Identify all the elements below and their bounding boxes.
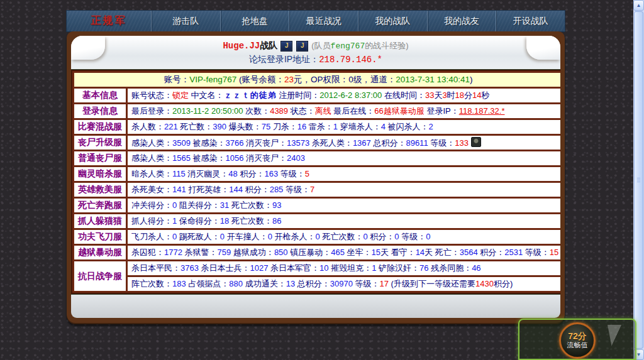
text-segment: 积分) [494,279,513,288]
text-segment: 4389 [270,106,288,116]
text-segment: 死亡数： [178,122,213,131]
nav-tab[interactable]: 最近战况 [289,11,358,31]
stats-values: 杀死美女：141 打死英雄：144 积分：285 等级：7 [128,183,560,197]
text-segment: 2531 [504,248,523,257]
text-segment: 0 [268,232,272,241]
text-segment: 感染人类： [131,138,172,148]
text-segment: 在线时间： [382,90,425,100]
server-label: 英雄救美服 [74,183,126,197]
text-segment: 阵亡次数： [131,279,172,288]
server-label: 功夫飞刀服 [74,230,126,244]
text-segment: 3763 [180,263,199,273]
text-segment: VIP-feng767 [189,75,236,84]
text-segment: 285 [270,185,284,194]
text-segment: 0 [316,232,320,241]
text-segment: (账号余额： [236,75,284,84]
nav-tab[interactable]: 游击队 [151,11,220,31]
stats-values: 杀囚犯：1772 杀狱警：759 越狱成功：850 镇压暴动：465 坐牢：15… [128,246,560,259]
text-segment: 48 [228,169,237,178]
text-segment: 89611 [406,138,428,148]
text-segment: 状态： [288,106,315,116]
watermark-decoration [608,325,629,352]
nav-tab[interactable]: 我的战队 [358,11,427,31]
text-segment: 10 [319,263,328,273]
text-segment: 时 [447,90,455,100]
text-segment: 爆头数： [226,122,262,131]
text-segment: 0 [348,75,353,84]
text-segment: 离线 [315,106,331,116]
text-segment: 杀死美女： [131,185,172,194]
text-segment: 759 [218,248,231,257]
text-segment: 2 [429,122,433,131]
text-segment: 最后登录： [131,106,172,116]
text-segment: 2012-6-2 8:37:00 [319,90,382,100]
table-row: 幽灵暗杀服暗杀人类：115 消灭幽灵：48 积分：163 等级：5 [74,167,560,181]
text-segment: 23 [284,75,294,84]
text-segment: 摧毁坦克： [329,263,372,273]
stats-values: 抓人得分：1 保命得分：18 死亡次数：86 [128,214,560,228]
text-segment: 总积分： [295,279,330,288]
text-segment: 30970 [330,279,353,288]
text-segment: 积分： [238,169,265,178]
text-segment: 注册时间： [277,90,320,100]
text-segment: 杀人数： [131,122,164,131]
scrollbar-thumb[interactable] [634,11,643,349]
text-segment: 33 [425,90,434,100]
stats-values: 最后登录：2013-11-2 20:50:00 次数：4389 状态：离线 最后… [128,104,560,118]
text-segment: 4 [381,122,386,131]
text-segment: 元，OP权限： [294,75,348,84]
text-segment: 积分： [478,248,505,257]
text-segment: 死亡次数： [229,216,272,226]
text-segment: 14 [416,248,425,257]
text-segment: 等级： [353,279,380,288]
server-label: 普通丧尸服 [74,151,126,165]
table-row: 登录信息最后登录：2013-11-2 20:50:00 次数：4389 状态：离… [74,104,560,118]
team-subtitle: (队员feng767的战斗经验) [311,40,408,52]
text-segment: 3766 [226,138,244,148]
text-segment: 1367 [353,138,371,148]
text-segment: 等级： [278,169,305,178]
scrollbar-grip [637,178,640,183]
speed-score-badge: 72分 流畅值 [559,322,596,359]
text-segment: 15 [372,248,380,257]
text-segment: 1027 [250,263,269,273]
text-segment[interactable]: 118.187.32.* [459,106,505,116]
text-segment: 13 [286,279,295,288]
text-segment: 390 [213,122,226,131]
server-label: 比赛混战服 [74,120,126,134]
top-navigation: 正规军 游击队抢地盘最近战况我的战队我的战友开设战队 [67,11,565,31]
text-segment: 天 [434,90,442,100]
text-segment: 穿墙杀人： [338,122,381,131]
nav-logo[interactable]: 正规军 [67,11,151,31]
nav-tab[interactable]: 抢地盘 [220,11,289,31]
table-row: 英雄救美服杀死美女：141 打死英雄：144 积分：285 等级：7 [74,183,560,197]
text-segment: 越狱成功： [231,248,274,257]
table-row: 基本信息账号状态：锁定 中文名：ｚｚｔ的徒弟 注册时间：2012-6-2 8:3… [74,89,560,102]
jj-badge-icon: J [296,41,308,52]
text-segment: 死亡次数： [229,200,272,210]
zombie-avatar-icon [471,137,481,147]
text-segment: 15 [550,248,558,257]
vertical-scrollbar[interactable]: ▲ ▼ [633,0,644,360]
nav-tab[interactable]: 开设战队 [496,11,565,31]
speedtest-watermark: 72分 流畅值 [518,319,636,360]
text-segment: 冲关得分： [131,200,172,210]
text-segment: 死亡次数： [320,232,364,241]
text-segment: 秒 [482,90,490,100]
text-segment: 1 [333,122,338,131]
text-segment: 0 [220,232,225,241]
text-segment: ｚｚｔ的徒弟 [224,90,277,100]
table-row: 死亡奔跑服冲关得分：0 阻关得分：31 死亡次数：93 [74,199,560,212]
account-summary-row: 账号：VIP-feng767 (账号余额：23元，OP权限：0级，通道：2013… [74,73,560,87]
text-segment: 开车撞人： [225,232,268,241]
server-label: 越狱暴动服 [74,246,126,259]
text-segment: 杀死人类： [309,138,353,148]
scroll-up-icon[interactable]: ▲ [633,0,644,11]
nav-tab[interactable]: 我的战友 [427,11,496,31]
text-segment: 消灭丧尸： [243,138,287,148]
stats-values: 杀人数：221 死亡数：390 爆头数：75 刀杀：16 雷杀：1 穿墙杀人：4… [128,120,560,134]
text-segment: 杀狱警： [182,248,218,257]
forum-ip-label: 论坛登录IP地址： [249,54,319,64]
text-segment: 最后在线： [331,106,375,116]
text-segment: 76 [419,263,428,273]
